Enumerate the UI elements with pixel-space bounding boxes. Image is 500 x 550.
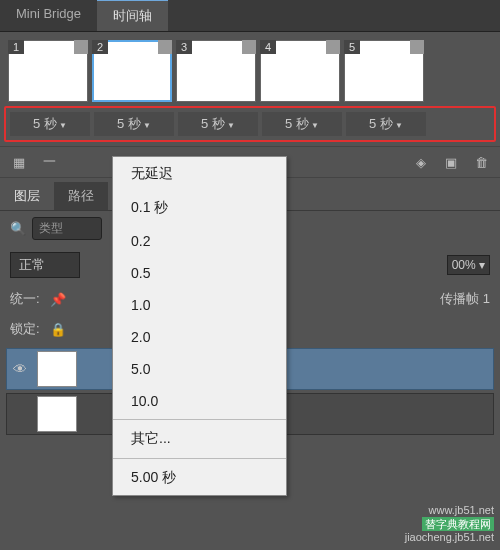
menu-item-0-5[interactable]: 0.5 (113, 257, 286, 289)
tween-icon[interactable]: ◈ (412, 155, 430, 169)
blend-mode-dropdown[interactable]: 正常 (10, 252, 80, 278)
menu-item-current[interactable]: 5.00 秒 (113, 461, 286, 495)
lock-label: 锁定: (10, 320, 40, 338)
opacity-field[interactable]: 00% ▾ (447, 255, 490, 275)
frame-delay-3[interactable]: 5 秒▼ (178, 112, 258, 136)
frame-2[interactable]: 2 (92, 40, 172, 102)
menu-item-2-0[interactable]: 2.0 (113, 321, 286, 353)
layer-thumbnail (37, 396, 77, 432)
frame-delay-5[interactable]: 5 秒▼ (346, 112, 426, 136)
frames-strip: 1 2 3 4 5 (4, 38, 496, 104)
frame-3[interactable]: 3 (176, 40, 256, 102)
frame-4[interactable]: 4 (260, 40, 340, 102)
menu-item-other[interactable]: 其它... (113, 422, 286, 456)
tab-paths[interactable]: 路径 (54, 182, 108, 210)
layer-thumbnail (37, 351, 77, 387)
convert-icon[interactable]: ▦ (10, 155, 28, 169)
delay-menu: 无延迟 0.1 秒 0.2 0.5 1.0 2.0 5.0 10.0 其它...… (112, 156, 287, 496)
timeline-panel: 1 2 3 4 5 5 秒▼ 5 秒▼ 5 秒▼ 5 秒▼ 5 秒▼ (0, 32, 500, 146)
menu-item-0-1[interactable]: 0.1 秒 (113, 191, 286, 225)
dropdown-icon: ▼ (227, 121, 235, 130)
frame-1[interactable]: 1 (8, 40, 88, 102)
dropdown-icon: ▼ (311, 121, 319, 130)
unify-label: 统一: (10, 290, 40, 308)
trash-icon[interactable]: 🗑 (472, 155, 490, 169)
tab-timeline[interactable]: 时间轴 (97, 0, 168, 31)
tab-mini-bridge[interactable]: Mini Bridge (0, 0, 97, 31)
watermark: www.jb51.net 替字典教程网 jiaocheng.jb51.net (405, 504, 494, 544)
delay-row-highlight: 5 秒▼ 5 秒▼ 5 秒▼ 5 秒▼ 5 秒▼ (4, 106, 496, 142)
menu-item-10-0[interactable]: 10.0 (113, 385, 286, 417)
lock-all-icon[interactable]: 🔒 (50, 322, 66, 337)
menu-separator (113, 458, 286, 459)
menu-separator (113, 419, 286, 420)
layer-filter-type[interactable]: 类型 (32, 217, 102, 240)
unify-position-icon[interactable]: 📌 (50, 292, 66, 307)
frame-delay-1[interactable]: 5 秒▼ (10, 112, 90, 136)
visibility-icon[interactable]: 👁 (9, 361, 31, 377)
menu-item-5-0[interactable]: 5.0 (113, 353, 286, 385)
frame-5[interactable]: 5 (344, 40, 424, 102)
duplicate-frame-icon[interactable]: ▣ (442, 155, 460, 169)
frame-delay-4[interactable]: 5 秒▼ (262, 112, 342, 136)
dropdown-icon: ▼ (395, 121, 403, 130)
propagate-label: 传播帧 1 (440, 290, 490, 308)
loop-dropdown[interactable]: 一 (40, 155, 58, 169)
menu-item-no-delay[interactable]: 无延迟 (113, 157, 286, 191)
dropdown-icon: ▼ (143, 121, 151, 130)
search-icon: 🔍 (10, 221, 26, 236)
menu-item-0-2[interactable]: 0.2 (113, 225, 286, 257)
tab-layers[interactable]: 图层 (0, 182, 54, 210)
dropdown-icon: ▼ (59, 121, 67, 130)
frame-delay-2[interactable]: 5 秒▼ (94, 112, 174, 136)
menu-item-1-0[interactable]: 1.0 (113, 289, 286, 321)
